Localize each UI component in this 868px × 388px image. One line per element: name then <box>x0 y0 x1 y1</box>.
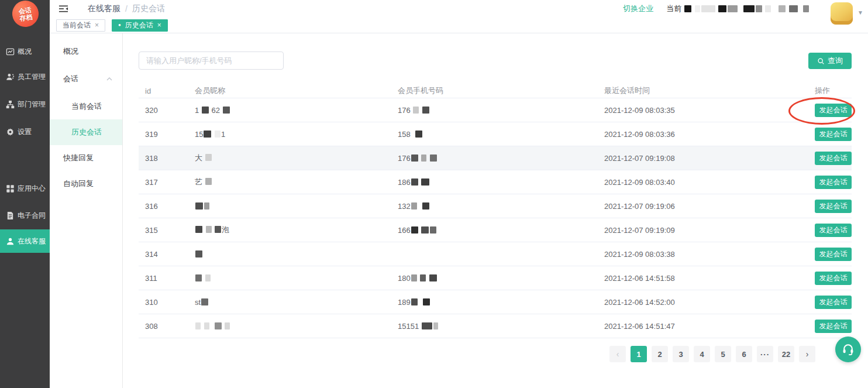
breadcrumb-section[interactable]: 在线客服 <box>88 4 120 14</box>
row-action: 发起会话 <box>808 176 852 189</box>
text-fragment <box>411 106 413 115</box>
pagination-ellipsis[interactable]: ··· <box>757 346 773 362</box>
row-id: 311 <box>139 274 188 283</box>
pagination-page-3[interactable]: 3 <box>673 346 689 362</box>
text-fragment: 180 <box>398 274 411 283</box>
text-fragment: 泡 <box>222 225 229 234</box>
search-icon <box>817 57 825 65</box>
breadcrumb: 在线客服 / 历史会话 <box>88 4 165 14</box>
floating-customer-service-button[interactable] <box>835 337 861 362</box>
customer-service-icon <box>6 237 15 246</box>
table-row[interactable]: 311 180 2021-12-06 14:51:58 发起会话 <box>139 266 852 290</box>
text-fragment <box>411 130 415 139</box>
secnav-item-快捷回复[interactable]: 快捷回复 <box>50 145 122 171</box>
sidebar-item-chart[interactable]: 概况 <box>0 40 50 63</box>
start-conversation-button[interactable]: 发起会话 <box>815 200 852 213</box>
row-id: 310 <box>139 298 188 307</box>
row-action: 发起会话 <box>808 248 852 261</box>
table-row[interactable]: 308 15151 2021-12-06 14:51:47 发起会话 <box>139 314 852 338</box>
text-fragment <box>418 298 422 307</box>
censored-block <box>195 322 201 329</box>
secnav-item-label: 自动回复 <box>63 178 94 189</box>
tab-close-icon[interactable]: × <box>157 21 161 29</box>
censored-block <box>411 202 417 210</box>
secnav-item-label: 会话 <box>63 74 78 84</box>
text-fragment <box>419 154 421 163</box>
start-conversation-button[interactable]: 发起会话 <box>815 248 852 261</box>
row-action: 发起会话 <box>808 320 852 333</box>
pagination-prev-icon[interactable]: ‹ <box>609 346 626 362</box>
sidebar-item-label: 在线客服 <box>18 236 46 246</box>
text-fragment: 158 <box>398 130 411 139</box>
pagination-page-4[interactable]: 4 <box>694 346 710 362</box>
row-id: 308 <box>139 322 188 331</box>
censored-block <box>215 226 221 233</box>
pagination-page-6[interactable]: 6 <box>736 346 752 362</box>
table-row[interactable]: 320 1 62 176 2021-12-09 08:03:35 发起会话 <box>139 98 852 122</box>
secnav-item-会话[interactable]: 会话 <box>50 64 122 94</box>
row-phone: 186 <box>391 178 598 187</box>
censored-block <box>206 226 212 233</box>
secnav-item-历史会话[interactable]: 历史会话 <box>50 119 122 145</box>
row-id: 320 <box>139 106 188 115</box>
user-avatar[interactable] <box>831 2 853 25</box>
text-fragment: st <box>195 298 201 307</box>
sidebar-item-apps[interactable]: 应用中心 <box>0 177 50 200</box>
row-phone: 176 <box>391 106 598 115</box>
query-button[interactable]: 查询 <box>808 53 852 69</box>
secnav-item-概况[interactable]: 概况 <box>50 39 122 64</box>
start-conversation-button[interactable]: 发起会话 <box>815 296 852 309</box>
pagination-page-2[interactable]: 2 <box>652 346 668 362</box>
search-input[interactable] <box>139 51 284 70</box>
sidebar-item-contract[interactable]: 电子合同 <box>0 204 50 227</box>
text-fragment: 1 <box>195 106 201 115</box>
avatar-caret-down-icon[interactable]: ▼ <box>857 9 863 16</box>
row-phone: 189 <box>391 298 598 307</box>
table-row[interactable]: 316 132 2021-12-07 09:19:06 发起会话 <box>139 194 852 218</box>
query-button-label: 查询 <box>828 56 843 66</box>
start-conversation-button[interactable]: 发起会话 <box>815 104 852 117</box>
row-time: 2021-12-09 08:03:35 <box>598 106 808 115</box>
tab-close-icon[interactable]: × <box>95 21 99 29</box>
secnav-item-当前会话[interactable]: 当前会话 <box>50 94 122 119</box>
sidebar-item-gear[interactable]: 设置 <box>0 120 50 143</box>
secondary-sidebar: 概况会话当前会话历史会话快捷回复自动回复 <box>50 33 123 388</box>
pagination-next-icon[interactable]: › <box>799 346 815 362</box>
censored-block <box>223 107 230 114</box>
tab-当前会话[interactable]: 当前会话× <box>56 19 105 32</box>
search-row: 查询 <box>139 51 852 70</box>
start-conversation-button[interactable]: 发起会话 <box>815 128 852 141</box>
start-conversation-button[interactable]: 发起会话 <box>815 272 852 285</box>
pagination-page-1[interactable]: 1 <box>631 346 647 362</box>
start-conversation-button[interactable]: 发起会话 <box>815 320 852 333</box>
table-row[interactable]: 317 艺 186 2021-12-09 08:03:40 发起会话 <box>139 170 852 194</box>
row-action: 发起会话 <box>808 200 852 213</box>
start-conversation-button[interactable]: 发起会话 <box>815 224 852 237</box>
secnav-item-自动回复[interactable]: 自动回复 <box>50 171 122 197</box>
text-fragment: 15 <box>195 130 203 139</box>
table-row[interactable]: 319 15 1 158 2021-12-09 08:03:36 发起会话 <box>139 122 852 146</box>
sidebar-item-customer-service[interactable]: 在线客服 <box>0 229 50 253</box>
start-conversation-button[interactable]: 发起会话 <box>815 176 852 189</box>
start-conversation-button[interactable]: 发起会话 <box>815 152 852 165</box>
switch-company-link[interactable]: 切换企业 <box>623 4 653 14</box>
sidebar-collapse-icon[interactable] <box>58 5 68 13</box>
censored-block <box>411 298 418 305</box>
sidebar-item-label: 部门管理 <box>18 99 46 109</box>
text-fragment: 132 <box>398 202 411 211</box>
pagination-page-5[interactable]: 5 <box>715 346 731 362</box>
table-row[interactable]: 315 泡 166 2021-12-07 09:19:09 发起会话 <box>139 218 852 242</box>
table-row[interactable]: 314 2021-12-09 08:03:38 发起会话 <box>139 242 852 266</box>
tab-历史会话[interactable]: ●历史会话× <box>112 19 168 32</box>
tab-bar: 当前会话×●历史会话× <box>50 18 868 33</box>
pagination-page-22[interactable]: 22 <box>778 346 794 362</box>
table-row[interactable]: 310 st 189 2021-12-06 14:52:00 发起会话 <box>139 290 852 314</box>
main-content: 查询 id 会员昵称 会员手机号码 最近会话时间 操作 320 1 62 176… <box>123 33 868 388</box>
text-fragment: 186 <box>398 178 411 187</box>
censored-block <box>430 154 437 162</box>
sidebar-item-departments[interactable]: 部门管理 <box>0 92 50 116</box>
sidebar-item-employees[interactable]: 员工管理 <box>0 65 50 88</box>
secnav-item-label: 历史会话 <box>71 127 102 138</box>
text-fragment <box>771 5 778 13</box>
table-row[interactable]: 318 大 176 2021-12-07 09:19:08 发起会话 <box>139 146 852 170</box>
